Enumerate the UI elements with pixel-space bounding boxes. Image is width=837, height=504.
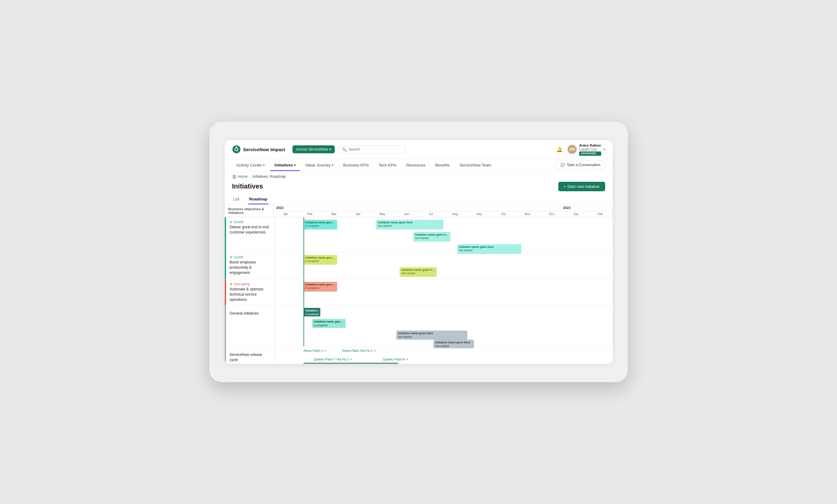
user-chevron-icon: ▾ <box>604 148 605 151</box>
gantt-header: Business objectives & initiatives 2022 2… <box>225 205 612 217</box>
scope-label: Across ServiceNow <box>296 147 328 151</box>
timeline-cells-growth-1: Initiative name goes here In progress In… <box>275 217 612 252</box>
nav-item-value-journey[interactable]: Value Journey ▾ <box>301 159 338 171</box>
avatar: AR <box>568 145 577 154</box>
timeline-cells-general: Initiative name goes here ✔ Completed In… <box>275 305 612 347</box>
init-bar[interactable]: Initiative name goes here Not started <box>376 220 443 229</box>
breadcrumb-separator: › <box>250 174 251 179</box>
init-bar[interactable]: Initiative name goes here In progress <box>303 255 337 265</box>
row-tag-growth-1: ⚙ Growth <box>230 220 271 224</box>
home-icon: 🏠 <box>232 174 237 179</box>
timeline-cells-growth-2: Initiative name goes here In progress In… <box>275 253 612 279</box>
init-bar[interactable]: Initiative name goes here In progress <box>312 319 346 328</box>
svg-point-2 <box>236 146 237 148</box>
new-initiative-button[interactable]: + Start new initiative <box>558 182 605 191</box>
gantt-timeline-header: 2022 2023 Jan Feb Mar Apr May Jun Jul Au… <box>274 205 612 217</box>
nav-item-resources[interactable]: Resources <box>402 159 430 171</box>
month-may: May <box>371 211 395 217</box>
row-name-growth-1: Deliver great end to end customer experi… <box>230 225 271 235</box>
row-label-growth-2: ⚙ Growth Boost employee productivity & e… <box>226 253 275 279</box>
init-bar[interactable]: Initiative name goes here In progress <box>303 220 337 229</box>
growth-icon-1: ⚙ <box>230 220 232 224</box>
scope-button[interactable]: Across ServiceNow ▾ <box>292 145 335 153</box>
row-label-general: General initiatives <box>226 305 275 347</box>
gantt-row-general: General initiatives Initiative name goes… <box>225 305 612 347</box>
init-bar-completed[interactable]: Initiative name goes here ✔ Completed <box>303 308 320 316</box>
tablet-frame: ServiceNow Impact Across ServiceNow ▾ 🔍 … <box>210 122 628 382</box>
app-container: ServiceNow Impact Across ServiceNow ▾ 🔍 … <box>225 140 612 364</box>
month-jul: Jul <box>419 211 443 217</box>
release-rome-hotfix-3[interactable]: Rome Patch Hot Fix 3 ↗ <box>342 349 376 353</box>
init-bar[interactable]: Initiative name goes here In progress <box>303 282 337 292</box>
app-title: ServiceNow Impact <box>243 147 285 152</box>
breadcrumb-home[interactable]: 🏠 Home <box>232 174 248 179</box>
release-quebec-patch-7[interactable]: Quebec Patch 7 Hot Fix 2 ↗ <box>314 358 352 361</box>
cost-saving-icon: ⚙ <box>230 282 232 286</box>
logo-icon <box>232 145 241 154</box>
nav-right: 💬 Start a Conversation <box>556 161 605 169</box>
tabs-row: List Roadmap <box>225 194 612 205</box>
row-label-growth-1: ⚙ Growth Deliver great end to end custom… <box>226 217 275 252</box>
user-info: Ankur Rathee Cabrillo Corp ADVANCED <box>579 143 601 156</box>
gantt-row-growth-2: ⚙ Growth Boost employee productivity & e… <box>225 253 612 279</box>
nav-item-benefits[interactable]: Benefits <box>431 159 454 171</box>
month-sep: Sep <box>467 211 492 217</box>
page-header: Initiatives + Start new initiative <box>225 180 612 194</box>
gantt-container: Business objectives & initiatives 2022 2… <box>225 205 612 364</box>
external-link-icon-2: ↗ <box>373 349 376 353</box>
month-feb: Feb <box>298 211 322 217</box>
row-label-sn-release: ServiceNow release cycle <box>226 347 275 364</box>
today-line-3 <box>303 279 304 305</box>
nav-item-activity-center[interactable]: Activity Center ▾ <box>232 159 269 171</box>
release-bar <box>303 362 398 364</box>
month-aug: Aug <box>443 211 467 217</box>
tab-list[interactable]: List <box>232 194 241 204</box>
month-mar: Mar <box>322 211 346 217</box>
row-name-cost-saving: Automate & optimize technical service op… <box>230 287 271 302</box>
external-link-icon-3: ↗ <box>350 358 352 361</box>
start-conversation-button[interactable]: 💬 Start a Conversation <box>556 161 605 169</box>
scope-chevron-icon: ▾ <box>329 147 331 151</box>
today-line <box>303 217 304 252</box>
activity-center-chevron-icon: ▾ <box>263 163 265 167</box>
today-line-4 <box>303 305 304 347</box>
nav-item-servicenow-team[interactable]: ServiceNow Team <box>455 159 496 171</box>
gantt-row-sn-release: ServiceNow release cycle Rome Patch 2 ↗ … <box>225 347 612 364</box>
nav-item-business-kpis[interactable]: Business KPIs <box>339 159 373 171</box>
external-link-icon: ↗ <box>324 349 326 353</box>
init-bar[interactable]: Initiative name goes here Not started <box>413 232 450 242</box>
user-name: Ankur Rathee <box>579 143 601 148</box>
breadcrumb: 🏠 Home › Initiatives: Roadmap <box>225 171 612 180</box>
gantt-wrapper[interactable]: Business objectives & initiatives 2022 2… <box>225 205 612 364</box>
init-bar[interactable]: initiative name goes here Not started <box>396 331 467 340</box>
search-input[interactable] <box>349 147 403 151</box>
month-dec: Dec <box>540 211 564 217</box>
logo-area: ServiceNow Impact <box>232 145 285 154</box>
topbar-right: 🔔 AR Ankur Rathee Cabrillo Corp ADVANCED… <box>556 143 605 156</box>
top-bar: ServiceNow Impact Across ServiceNow ▾ 🔍 … <box>225 140 612 159</box>
user-area[interactable]: AR Ankur Rathee Cabrillo Corp ADVANCED ▾ <box>568 143 605 156</box>
breadcrumb-current: Initiatives: Roadmap <box>253 174 286 179</box>
month-apr: Apr <box>346 211 371 217</box>
year-row: 2022 2023 <box>274 205 612 211</box>
bell-icon[interactable]: 🔔 <box>556 147 563 152</box>
nav-item-initiatives[interactable]: Initiatives ▾ <box>270 159 300 171</box>
gantt-row-growth-1: ⚙ Growth Deliver great end to end custom… <box>225 217 612 253</box>
timeline-cells-sn-release: Rome Patch 2 ↗ Rome Patch Hot Fix 3 ↗ Qu… <box>275 347 612 364</box>
tab-roadmap[interactable]: Roadmap <box>248 194 269 204</box>
month-jan: Jan <box>274 211 298 217</box>
timeline-cells-cost-saving: Initiative name goes here In progress <box>275 279 612 305</box>
nav-item-tech-kpis[interactable]: Tech KPIs <box>374 159 401 171</box>
month-nov: Nov <box>516 211 540 217</box>
growth-icon-2: ⚙ <box>230 256 232 259</box>
init-bar[interactable]: Initiative name goes here Not started <box>400 267 437 277</box>
convo-icon: 💬 <box>560 163 565 167</box>
month-jan-2023: Jan <box>564 211 588 217</box>
nav-bar: Activity Center ▾ Initiatives ▾ Value Jo… <box>225 159 612 171</box>
row-name-general: General initiatives <box>230 309 271 316</box>
release-quebec-patch-8[interactable]: Quebec Patch 8 ↗ <box>383 358 408 361</box>
initiatives-chevron-icon: ▾ <box>294 163 296 167</box>
today-line-2 <box>303 253 304 279</box>
release-rome-patch-2[interactable]: Rome Patch 2 ↗ <box>303 349 326 353</box>
month-oct: Oct <box>492 211 516 217</box>
